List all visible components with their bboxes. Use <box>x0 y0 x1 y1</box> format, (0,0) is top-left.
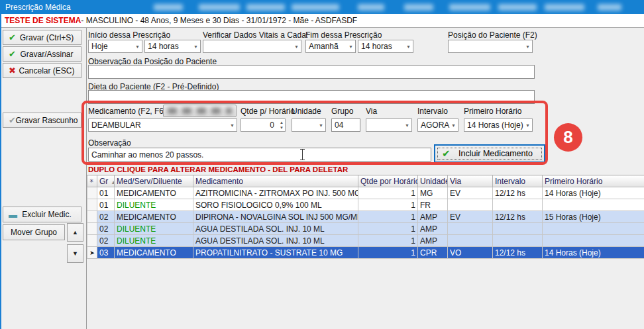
column-header-medicamento[interactable]: Medicamento <box>193 175 358 187</box>
column-header-gr[interactable]: Gr▲ <box>97 175 115 187</box>
table-row[interactable]: 01DILUENTESORO FISIOLOGICO 0,9% 100 ML1F… <box>87 199 644 211</box>
column-header-qtde[interactable]: Qtde por Horário <box>358 175 418 187</box>
group-value: 04 <box>335 120 343 130</box>
column-header-primeiro-horario[interactable]: Primeiro Horário <box>543 175 644 187</box>
cell-intervalo <box>493 235 543 247</box>
cancel-button-label: Cancelar (ESC) <box>9 66 74 75</box>
start-time-value: 14 horas <box>148 42 179 51</box>
observation-input[interactable]: Caminhar ao menos 20 passos. <box>88 148 431 162</box>
cancel-button[interactable]: ✖ Cancelar (ESC) <box>3 63 81 78</box>
medication-select[interactable]: DEAMBULAR▼ <box>88 118 237 132</box>
end-prescription-label: Fim dessa Prescrição <box>305 30 382 40</box>
add-medication-button[interactable]: ✔ Incluir Medicamento <box>434 144 545 163</box>
row-selector-cell <box>87 187 97 199</box>
cell-primeiro-horario: 14 Horas (Hoje) <box>543 247 644 259</box>
cell-medicamento: AGUA DESTILADA SOL. INJ. 10 ML <box>193 235 358 247</box>
row-selector-cell: ➤ <box>87 247 97 259</box>
window-title: Prescrição Médica <box>0 3 71 12</box>
medication-label: Medicamento (F2, F6) <box>88 107 166 116</box>
title-bar: Prescrição Médica <box>0 0 644 14</box>
cell-intervalo: 12/12 hs <box>493 211 543 223</box>
move-group-button[interactable]: Mover Grupo <box>3 224 65 240</box>
patient-name: TESTE DE SISTEMA <box>5 16 81 25</box>
spinner-up-icon[interactable]: ▲ <box>280 120 284 125</box>
table-row[interactable]: 02DILUENTEAGUA DESTILADA SOL. INJ. 10 ML… <box>87 235 644 247</box>
cell-medicamento: AZITROMICINA - ZITROMAX PO INJ. 500 MG <box>193 187 358 199</box>
first-schedule-select[interactable]: 14 Horas (Hoje)▼ <box>464 118 533 132</box>
patient-position-select[interactable]: ▼ <box>448 40 533 53</box>
cell-gr: 02 <box>97 223 115 235</box>
save-sign-button[interactable]: ✔ Gravar/Assinar <box>3 46 81 62</box>
save-button[interactable]: ✔ Gravar (Ctrl+S) <box>3 30 81 45</box>
table-row[interactable]: 01MEDICAMENTOAZITROMICINA - ZITROMAX PO … <box>87 187 644 199</box>
patient-diet-input[interactable] <box>88 90 535 104</box>
delete-medication-button[interactable]: ▬ Excluir Medic. <box>3 207 81 222</box>
column-header-unidade[interactable]: Unidade <box>418 175 448 187</box>
interval-select[interactable]: AGORA▼ <box>417 118 458 132</box>
sort-asc-icon: ▲ <box>111 179 114 185</box>
start-day-select[interactable]: Hoje▼ <box>88 40 142 53</box>
cell-qtde: 1 <box>358 199 418 211</box>
vital-signs-select[interactable]: ▼ <box>203 40 301 53</box>
group-label: Grupo <box>331 107 353 116</box>
end-time-select[interactable]: 14 horas▼ <box>358 40 413 53</box>
row-selector-header: ✳ <box>87 175 97 187</box>
column-header-via[interactable]: Via <box>448 175 493 187</box>
chevron-down-icon: ▼ <box>294 44 299 49</box>
cell-intervalo: 12/12 hs <box>493 187 543 199</box>
position-observation-input[interactable] <box>88 65 535 79</box>
cell-primeiro-horario <box>543 199 644 211</box>
cell-intervalo: 12/12 hs <box>493 247 543 259</box>
redacted-text-block <box>498 4 537 11</box>
patient-info-bar: TESTE DE SISTEMA - MASCULINO - 48 Anos, … <box>1 14 644 28</box>
chevron-down-icon: ▼ <box>525 123 530 128</box>
move-group-up-button[interactable]: ▲ <box>67 223 83 242</box>
patient-position-label: Posição do Paciente (F2) <box>448 30 537 40</box>
table-row[interactable]: 02DILUENTEAGUA DESTILADA SOL. INJ. 10 ML… <box>87 223 644 235</box>
redacted-text-block <box>246 4 285 11</box>
cell-unidade: AMP <box>418 223 448 235</box>
chevron-down-icon: ▼ <box>406 44 411 49</box>
spinner-down-icon[interactable]: ▼ <box>280 125 284 130</box>
redacted-button[interactable] <box>163 105 237 117</box>
cell-unidade: FR <box>418 199 448 211</box>
chevron-down-icon: ▼ <box>135 44 140 49</box>
group-input[interactable]: 04 <box>331 118 360 132</box>
save-draft-button[interactable]: ✔ Gravar Rascunho <box>3 113 81 128</box>
table-row[interactable]: ➤03MEDICAMENTOPROPATILNITRATO - SUSTRATE… <box>87 247 644 259</box>
cell-unidade: CPR <box>418 247 448 259</box>
redacted-text-block <box>168 108 232 114</box>
interval-label: Intervalo <box>417 107 448 116</box>
end-day-select[interactable]: Amanhã▼ <box>305 40 356 53</box>
cell-primeiro-horario: 14 Horas (Hoje) <box>543 187 644 199</box>
redacted-text-block <box>598 4 621 11</box>
cell-primeiro-horario <box>543 235 644 247</box>
qty-per-schedule-stepper[interactable]: 0 ▲▼ <box>241 118 286 132</box>
cell-unidade: AMP <box>418 211 448 223</box>
redacted-text-block <box>154 4 183 11</box>
column-header-intervalo[interactable]: Intervalo <box>493 175 543 187</box>
column-header-med-serv-diluente[interactable]: Med/Serv/Diluente <box>115 175 193 187</box>
cell-qtde: 1 <box>358 187 418 199</box>
check-icon: ✔ <box>9 33 16 42</box>
cell-medicamento: SORO FISIOLOGICO 0,9% 100 ML <box>193 199 358 211</box>
redacted-text-block <box>404 4 433 11</box>
cell-qtde: 1 <box>358 211 418 223</box>
qty-value: 0 <box>270 120 274 130</box>
cell-via: EV <box>448 211 493 223</box>
move-group-down-button[interactable]: ▼ <box>67 244 83 263</box>
chevron-down-icon: ▼ <box>405 123 409 128</box>
end-day-value: Amanhã <box>309 42 339 51</box>
patient-details: - MASCULINO - 48 Anos, 9 Meses e 30 Dias… <box>81 16 357 25</box>
annotation-step-number: 8 <box>563 127 572 148</box>
text-cursor-icon <box>299 148 305 160</box>
redacted-text-block <box>292 4 339 11</box>
interval-value: AGORA <box>421 120 449 130</box>
first-schedule-value: 14 Horas (Hoje) <box>467 120 523 130</box>
unit-select[interactable]: ▼ <box>292 118 326 132</box>
table-row[interactable]: 02MEDICAMENTODIPIRONA - NOVALGINA SOL IN… <box>87 211 644 223</box>
chevron-down-icon: ▼ <box>349 44 353 49</box>
route-select[interactable]: ▼ <box>366 118 412 132</box>
start-time-select[interactable]: 14 horas▼ <box>144 40 201 53</box>
cell-via: VO <box>448 247 493 259</box>
